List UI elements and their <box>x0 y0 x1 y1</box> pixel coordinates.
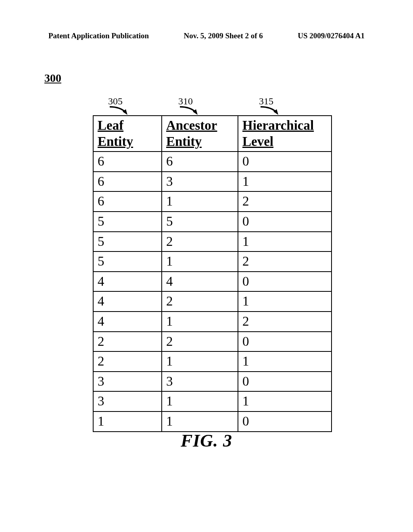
table-cell: 0 <box>238 332 332 352</box>
table-cell: 3 <box>162 372 238 392</box>
figure-caption: FIG. 3 <box>0 430 413 451</box>
table-cell: 6 <box>93 191 162 212</box>
header-ancestor-entity: Ancestor Entity <box>162 116 238 152</box>
table-cell: 1 <box>93 411 162 432</box>
table-row: 631 <box>93 172 332 192</box>
table-cell: 0 <box>238 152 332 172</box>
table-cell: 2 <box>162 332 238 352</box>
table-cell: 5 <box>93 212 162 232</box>
header-leaf-entity: Leaf Entity <box>93 116 162 152</box>
callout-315: 315 <box>259 96 283 116</box>
table-cell: 1 <box>162 312 238 332</box>
table-cell: 0 <box>238 372 332 392</box>
table-row: 521 <box>93 232 332 252</box>
table-row: 110 <box>93 411 332 432</box>
callout-305: 305 <box>108 96 132 116</box>
table-cell: 1 <box>238 232 332 252</box>
callout-305-label: 305 <box>108 96 123 106</box>
table-row: 660 <box>93 152 332 172</box>
table-row: 440 <box>93 272 332 292</box>
table-cell: 0 <box>238 272 332 292</box>
callout-310: 310 <box>178 96 202 116</box>
callout-row: 305 310 315 <box>93 96 320 115</box>
page-header: Patent Application Publication Nov. 5, 2… <box>48 31 365 40</box>
table-cell: 2 <box>238 251 332 272</box>
data-table-wrap: Leaf Entity Ancestor Entity Hierarchical… <box>93 115 332 432</box>
table-cell: 1 <box>162 411 238 432</box>
table-cell: 6 <box>93 152 162 172</box>
table-cell: 5 <box>93 251 162 272</box>
table-cell: 6 <box>93 172 162 192</box>
table-cell: 1 <box>238 351 332 372</box>
figure-reference-number: 300 <box>44 72 61 85</box>
table-cell: 4 <box>162 272 238 292</box>
table-row: 550 <box>93 212 332 232</box>
table-row: 211 <box>93 351 332 372</box>
table-body: 6606316125505215124404214122202113303111… <box>93 152 332 431</box>
table-header-row: Leaf Entity Ancestor Entity Hierarchical… <box>93 116 332 152</box>
table-cell: 4 <box>93 312 162 332</box>
table-cell: 4 <box>93 272 162 292</box>
table-cell: 1 <box>238 391 332 411</box>
table-row: 612 <box>93 191 332 212</box>
table-cell: 5 <box>93 232 162 252</box>
table-row: 330 <box>93 372 332 392</box>
callout-315-label: 315 <box>259 96 273 106</box>
table-cell: 4 <box>93 291 162 312</box>
header-hierarchical-level: Hierarchical Level <box>238 116 332 152</box>
table-cell: 2 <box>93 332 162 352</box>
table-cell: 3 <box>93 391 162 411</box>
table-cell: 2 <box>162 291 238 312</box>
table-cell: 1 <box>162 251 238 272</box>
table-row: 311 <box>93 391 332 411</box>
table-cell: 1 <box>238 291 332 312</box>
table-cell: 2 <box>93 351 162 372</box>
table-cell: 1 <box>162 191 238 212</box>
table-row: 512 <box>93 251 332 272</box>
table-cell: 5 <box>162 212 238 232</box>
table-cell: 0 <box>238 212 332 232</box>
table-cell: 2 <box>238 191 332 212</box>
table-cell: 0 <box>238 411 332 432</box>
table-cell: 6 <box>162 152 238 172</box>
table-cell: 1 <box>238 172 332 192</box>
table-row: 421 <box>93 291 332 312</box>
header-right: US 2009/0276404 A1 <box>298 31 365 40</box>
table-row: 220 <box>93 332 332 352</box>
callout-310-label: 310 <box>178 96 193 106</box>
data-table: Leaf Entity Ancestor Entity Hierarchical… <box>93 115 332 432</box>
table-cell: 2 <box>162 232 238 252</box>
table-row: 412 <box>93 312 332 332</box>
header-center: Nov. 5, 2009 Sheet 2 of 6 <box>184 31 263 40</box>
table-cell: 2 <box>238 312 332 332</box>
table-cell: 3 <box>93 372 162 392</box>
table-cell: 1 <box>162 391 238 411</box>
header-left: Patent Application Publication <box>48 31 149 40</box>
table-cell: 1 <box>162 351 238 372</box>
table-cell: 3 <box>162 172 238 192</box>
